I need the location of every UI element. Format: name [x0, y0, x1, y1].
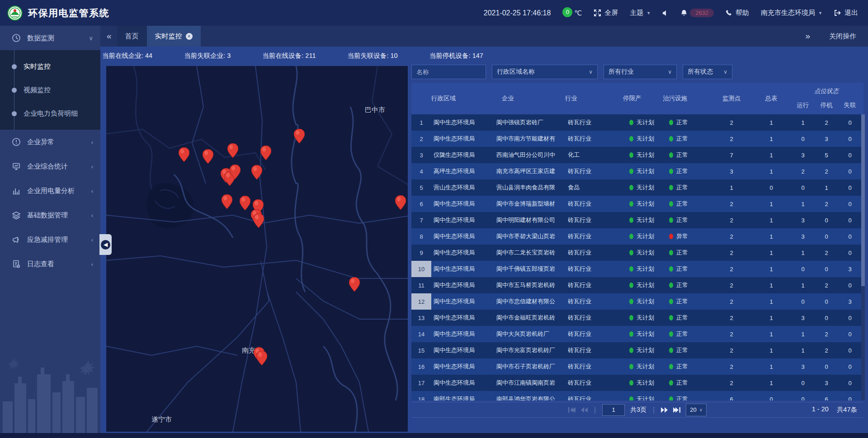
tabs-scroll-right-icon[interactable]: »: [805, 31, 810, 41]
cell-company: 阆中市江南镇阆南页岩: [491, 375, 565, 391]
table-row[interactable]: 12阆中生态环境局阆中市忠信建材有限公砖瓦行业无计划正常21003: [411, 293, 863, 310]
exit-button[interactable]: 退出: [834, 9, 858, 17]
sidebar-item-logs[interactable]: 日志查看‹: [0, 252, 100, 276]
org-dropdown[interactable]: 南充市生态环境局 ▼: [761, 9, 822, 17]
table-row[interactable]: 9阆中生态环境局阆中市二龙长宝页岩砖砖瓦行业无计划正常21120: [411, 245, 863, 261]
next-page-button[interactable]: [661, 407, 668, 413]
table-row[interactable]: 13阆中生态环境局阆中市金福旺页岩机砖砖瓦行业无计划正常21300: [411, 310, 863, 326]
cell-meter-count: 1: [751, 261, 791, 277]
close-operations-button[interactable]: 关闭操作: [829, 32, 856, 41]
map-pin[interactable]: [256, 351, 267, 365]
map-pin[interactable]: [349, 277, 360, 292]
cell-stop-count: 1: [815, 179, 838, 196]
sidebar-subitem[interactable]: 实时监控: [0, 55, 100, 78]
table-row[interactable]: 15阆中生态环境局阆中市光富页岩机砖厂砖瓦行业无计划正常21120: [411, 342, 863, 358]
page-size-value: 20: [690, 406, 696, 413]
page-size-select[interactable]: 20 ∨: [686, 404, 707, 416]
cell-treatment-status: 正常: [663, 310, 712, 326]
top-header: 环保用电监管系统 2021-02-25 17:46:18 0 ℃ 全屏 主题 ▼: [0, 0, 868, 26]
speaker-button[interactable]: [662, 10, 669, 16]
map-pin[interactable]: [230, 165, 241, 179]
status-dot-green: [629, 299, 633, 304]
col-meter: 总表: [751, 83, 791, 114]
table-row[interactable]: 10阆中生态环境局阆中千佛镇五郎垭页岩砖瓦行业无计划正常21003: [411, 261, 863, 277]
last-page-button[interactable]: [673, 407, 680, 413]
map-collapse-button[interactable]: ◀: [99, 234, 112, 255]
cell-index: 3: [411, 147, 431, 163]
cell-meter-count: 1: [751, 277, 791, 293]
name-filter-input[interactable]: [411, 65, 486, 79]
table-row[interactable]: 6阆中生态环境局阆中市金博瑞新型墙材砖瓦行业无计划正常21120: [411, 196, 863, 212]
sidebar-item-power-analysis[interactable]: 企业用电量分析‹: [0, 179, 100, 203]
industry-filter-select[interactable]: 所有行业 ∨: [604, 65, 677, 79]
cell-lost-count: 3: [838, 261, 862, 277]
map-pin[interactable]: [179, 147, 189, 162]
table-scrollbar-thumb[interactable]: [861, 114, 865, 286]
page-number-input[interactable]: 1: [602, 404, 625, 416]
sidebar-item-emergency[interactable]: 应急减排管理‹: [0, 227, 100, 252]
sidebar-item-label: 日志查看: [27, 260, 54, 268]
notification-badge[interactable]: 2632: [680, 9, 714, 17]
cell-meter-count: 1: [751, 326, 791, 342]
sidebar-subitem[interactable]: 视频监控: [0, 78, 100, 102]
sidebar-item-data-monitor[interactable]: 数据监测∨: [0, 26, 100, 50]
cell-company: 阆中强锐页岩砖厂: [491, 114, 565, 131]
map-panel[interactable]: 巴中市南充市遂宁市: [106, 66, 408, 432]
prev-page-button[interactable]: [581, 407, 588, 413]
cell-company: 南部县鸿华页岩有限公: [491, 391, 565, 400]
table-row[interactable]: 16阆中生态环境局阆中市石子页岩机砖厂砖瓦行业无计划正常21300: [411, 358, 863, 375]
table-row[interactable]: 8阆中生态环境局阆中市枣碧大梁山页岩砖瓦行业无计划异常21300: [411, 228, 863, 245]
cell-index: 2: [411, 131, 431, 147]
table-row[interactable]: 3仪陇生态环境局西南油气田分公司川中化工无计划正常71350: [411, 147, 863, 163]
cell-production-status: 无计划: [623, 375, 663, 391]
table-row[interactable]: 14阆中生态环境局阆中大兴页岩机砖厂砖瓦行业无计划正常21120: [411, 326, 863, 342]
help-button[interactable]: 帮助: [726, 9, 749, 17]
bar-chart-icon: [12, 186, 21, 195]
table-row[interactable]: 17阆中生态环境局阆中市江南镇阆南页岩砖瓦行业无计划正常21030: [411, 375, 863, 391]
cell-run-count: 3: [791, 358, 815, 375]
status-dot-green: [629, 120, 633, 125]
record-range: 1 - 20: [812, 405, 829, 414]
map-pin[interactable]: [260, 146, 271, 160]
status-dot-green: [669, 136, 673, 141]
table-row[interactable]: 1阆中生态环境局阆中强锐页岩砖厂砖瓦行业无计划正常21120: [411, 114, 863, 131]
cell-industry: 食品: [565, 179, 623, 196]
status-filter-select[interactable]: 所有状态 ∨: [683, 65, 732, 79]
chevron-down-icon: ∨: [668, 69, 672, 75]
map-pin[interactable]: [222, 194, 232, 209]
cell-lost-count: 0: [838, 163, 862, 179]
tab-realtime-monitor[interactable]: 实时监控 ×: [147, 26, 201, 47]
sidebar-subitem[interactable]: 企业电力负荷明细: [0, 102, 100, 125]
sidebar-item-enterprise-abnormal[interactable]: 企业异常‹: [0, 130, 100, 154]
fullscreen-button[interactable]: 全屏: [594, 9, 618, 17]
theme-dropdown[interactable]: 主题 ▼: [630, 9, 651, 17]
status-dot-green: [629, 348, 633, 353]
region-filter-select[interactable]: 行政区域名称 ∨: [492, 65, 598, 79]
map-pin[interactable]: [227, 143, 238, 158]
cell-stop-count: 0: [815, 261, 838, 277]
sidebar-item-enterprise-stats[interactable]: 企业综合统计‹: [0, 154, 100, 179]
tabbar-right: » 关闭操作: [805, 31, 868, 41]
table-row[interactable]: 2阆中生态环境局阆中市南方节能建材有砖瓦行业无计划正常21030: [411, 131, 863, 147]
cell-run-count: 1: [791, 277, 815, 293]
map-pin[interactable]: [251, 165, 262, 179]
tab-home[interactable]: 首页: [117, 26, 147, 47]
city-skyline-decoration: [0, 356, 100, 433]
table-row[interactable]: 18南部生态环境局南部县鸿华页岩有限公砖瓦行业无计划正常60060: [411, 391, 863, 400]
close-tab-icon[interactable]: ×: [186, 33, 193, 40]
map-pin[interactable]: [253, 213, 264, 228]
sidebar-item-base-data[interactable]: 基础数据管理‹: [0, 203, 100, 227]
tabs-scroll-left-icon[interactable]: «: [107, 31, 112, 41]
map-pin[interactable]: [294, 129, 305, 143]
map-pin[interactable]: [240, 196, 250, 210]
table-row[interactable]: 11阆中生态环境局阆中市五马桥页岩机砖砖瓦行业无计划正常21120: [411, 277, 863, 293]
alert-icon: [12, 137, 21, 146]
map-pin[interactable]: [395, 195, 406, 210]
table-row[interactable]: 4高坪生态环境局南充市高坪区王家店建砖瓦行业无计划正常31220: [411, 163, 863, 179]
cell-treatment-status: 正常: [663, 375, 712, 391]
table-scrollbar[interactable]: [861, 114, 865, 400]
first-page-button[interactable]: [568, 407, 576, 413]
table-row[interactable]: 5营山生态环境局营山县润丰肉食品有限食品无计划正常10010: [411, 179, 863, 196]
table-row[interactable]: 7阆中生态环境局阆中明阳建材有限公司砖瓦行业无计划正常21300: [411, 212, 863, 228]
map-pin[interactable]: [203, 149, 213, 164]
